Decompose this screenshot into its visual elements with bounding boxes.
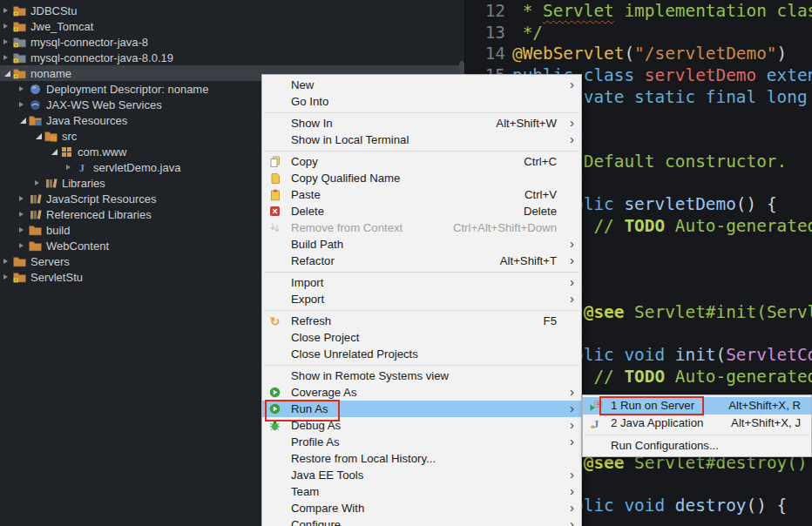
menu-item-delete[interactable]: DeleteDelete (262, 203, 581, 219)
menu-item-close-unrelated-projects[interactable]: Close Unrelated Projects (262, 346, 581, 362)
code-token-ann: @WebServlet (512, 44, 624, 64)
menu-item-export[interactable]: Export› (262, 291, 581, 307)
menu-item-team[interactable]: Team› (262, 483, 581, 500)
library-icon (44, 178, 58, 189)
menu-item-go-into[interactable]: Go Into (262, 93, 581, 110)
code-line-12[interactable]: 12 * Servlet implementation class servle… (477, 1, 812, 23)
submenu-arrow-icon: › (570, 482, 574, 499)
expand-caret-icon[interactable] (33, 175, 44, 191)
submenu-item-run-configurations[interactable]: Run Configurations... (583, 437, 811, 455)
expand-caret-icon[interactable] (2, 253, 12, 269)
code-token-com: Servlet#init(ServletConfig) (624, 302, 812, 322)
expand-caret-icon[interactable] (17, 81, 28, 97)
menu-item-label: Refresh (291, 314, 331, 327)
menu-item-build-path[interactable]: Build Path› (262, 236, 581, 253)
menu-item-java-ee-tools[interactable]: Java EE Tools› (262, 467, 581, 483)
menu-item-label: Refactor (291, 254, 335, 267)
java-app-icon: J (588, 416, 603, 430)
copy-icon (267, 155, 282, 169)
code-line-13[interactable]: 13 */ (477, 23, 543, 44)
code-token-com: * (512, 1, 543, 21)
menu-item-show-in-remote-systems-view[interactable]: Show in Remote Systems view (262, 368, 581, 384)
menu-item-label: Delete (291, 205, 324, 218)
menu-item-refactor[interactable]: RefactorAlt+Shift+T› (262, 253, 581, 269)
line-number[interactable]: 14 (477, 44, 505, 65)
menu-item-profile-as[interactable]: Profile As› (262, 434, 581, 450)
menu-item-copy[interactable]: CopyCtrl+C (262, 153, 581, 170)
menu-item-configure[interactable]: Configure› (262, 516, 581, 526)
collapse-caret-icon[interactable] (33, 128, 44, 144)
collapse-caret-icon[interactable] (17, 112, 28, 128)
expand-caret-icon[interactable] (64, 159, 75, 175)
menu-item-copy-qualified-name[interactable]: Copy Qualified Name (262, 170, 581, 186)
menu-item-label: Restore from Local History... (291, 452, 436, 465)
expand-caret-icon[interactable] (2, 18, 12, 34)
project-closed-icon (12, 37, 27, 48)
tree-item-mysql-connector-java-8-0-19[interactable]: mysql-connector-java-8.0.19 (0, 50, 464, 65)
menu-item-show-in[interactable]: Show InAlt+Shift+W› (262, 115, 581, 132)
code-token-com: Auto-generated method stub (665, 367, 812, 387)
menu-item-coverage-as[interactable]: Coverage As› (262, 384, 581, 401)
menu-item-new[interactable]: New› (262, 77, 581, 93)
line-number[interactable]: 13 (477, 23, 505, 44)
expand-caret-icon[interactable] (2, 3, 12, 18)
code-token-str: "/servletDemo" (634, 44, 776, 64)
submenu-arrow-icon: › (570, 290, 574, 307)
menu-item-compare-with[interactable]: Compare With› (262, 500, 581, 516)
tree-item-label: ServletStu (30, 271, 83, 284)
tree-item-label: build (46, 224, 70, 237)
expand-caret-icon[interactable] (17, 191, 28, 206)
menu-item-shortcut: F5 (544, 313, 557, 329)
expand-caret-icon[interactable] (2, 34, 12, 50)
expand-caret-icon[interactable] (17, 206, 28, 222)
code-token-com: */ (512, 23, 543, 43)
tree-item-label: Libraries (62, 177, 105, 190)
expand-caret-icon[interactable] (17, 97, 28, 112)
code-line-14[interactable]: 14@WebServlet("/servletDemo") (477, 44, 787, 65)
menu-item-close-project[interactable]: Close Project (262, 329, 581, 346)
menu-item-show-in-local-terminal[interactable]: Show in Local Terminal› (262, 132, 581, 148)
code-token-meth: servletDemo (624, 194, 735, 214)
submenu-arrow-icon: › (570, 499, 574, 516)
code-token-com: Servlet (543, 1, 614, 21)
code-token-todo: TODO (624, 367, 665, 387)
menu-item-shortcut: Delete (524, 203, 557, 219)
menu-item-label: Export (291, 293, 324, 306)
expand-caret-icon[interactable] (17, 238, 28, 253)
menu-item-refresh[interactable]: ↻RefreshF5 (262, 313, 581, 329)
tree-item-mysql-connector-java-8[interactable]: mysql-connector-java-8 (0, 34, 464, 50)
folder-icon (28, 240, 43, 252)
collapse-caret-icon[interactable] (2, 65, 12, 81)
submenu-arrow-icon: › (570, 273, 574, 290)
expand-caret-icon[interactable] (2, 50, 12, 65)
menu-item-restore-from-local-history[interactable]: Restore from Local History... (262, 450, 581, 467)
line-number[interactable]: 12 (477, 1, 505, 23)
code-token-todo: TODO (624, 216, 665, 236)
descriptor-icon (28, 84, 43, 95)
menu-item-label: Coverage As (291, 386, 357, 399)
code-token-com: Auto-generated constructor stub (665, 216, 812, 236)
submenu-arrow-icon: › (570, 76, 574, 92)
menu-item-label: Close Project (291, 331, 359, 344)
tree-item-jwe-tomcat[interactable]: Jwe_Tomcat (0, 18, 464, 34)
webservice-icon (28, 99, 43, 111)
collapse-caret-icon[interactable] (49, 144, 59, 159)
code-token-kw: private static final long (553, 87, 808, 107)
expand-caret-icon[interactable] (17, 222, 28, 238)
menu-separator (264, 112, 579, 113)
menu-item-label: Remove from Context (291, 221, 403, 234)
submenu-arrow-icon: › (570, 516, 574, 526)
menu-item-label: Go Into (291, 95, 328, 108)
menu-separator (585, 435, 809, 435)
menu-item-import[interactable]: Import› (262, 274, 581, 291)
expand-caret-icon[interactable] (2, 269, 12, 285)
folder-icon (28, 225, 43, 236)
submenu-item-2-java-application[interactable]: J2 Java ApplicationAlt+Shift+X, J (583, 415, 811, 432)
menu-item-label: Profile As (291, 435, 340, 448)
menu-item-paste[interactable]: PasteCtrl+V (262, 186, 581, 203)
submenu-arrow-icon: › (570, 466, 574, 482)
tree-item-jdbcstu[interactable]: JDBCStu (0, 3, 464, 18)
menu-separator (264, 310, 579, 311)
tree-item-label: servletDemo.java (93, 161, 180, 174)
menu-item-remove-from-context[interactable]: Remove from ContextCtrl+Alt+Shift+Down (262, 219, 581, 236)
